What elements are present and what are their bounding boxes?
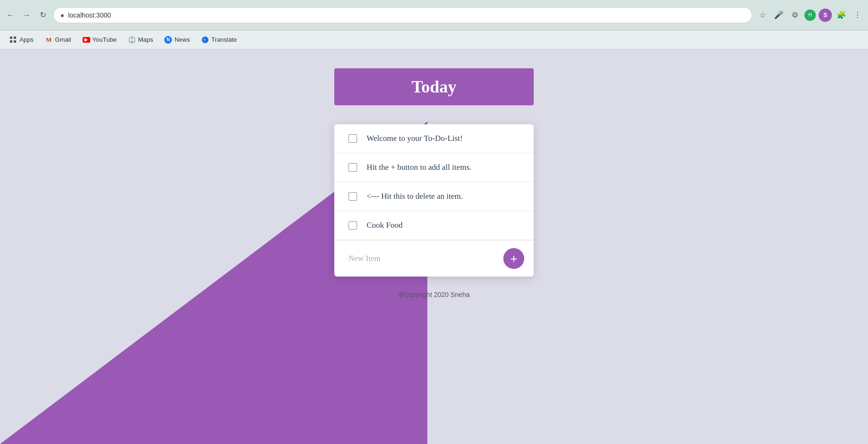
svg-rect-0 [10,37,12,39]
todo-checkbox-4[interactable] [349,221,357,230]
todo-text-4: Cook Food [367,221,403,230]
gmail-icon: M [45,36,53,44]
extension-icon[interactable]: ⚙ [788,9,802,22]
bookmark-maps[interactable]: Maps [123,34,158,46]
todo-item-4: Cook Food [334,211,534,240]
bookmark-gmail[interactable]: M Gmail [40,34,76,46]
mic-button[interactable]: 🎤 [772,9,785,22]
bookmark-maps-label: Maps [138,36,153,43]
news-icon: N [164,36,172,44]
main-content: Today Welcome to your To-Do-List! Hit th… [0,49,868,444]
bookmark-gmail-label: Gmail [55,36,71,43]
browser-chrome: ← → ↻ ● localhost:3000 ☆ 🎤 ⚙ H S 🧩 ⋮ [0,0,868,30]
today-header: Today [334,68,534,105]
avatar-initial: S [823,12,827,18]
app-title: Today [334,77,534,97]
url-text: localhost:3000 [68,11,111,19]
svg-rect-2 [10,40,12,43]
todo-item-3: <--- Hit this to delete an item. [334,182,534,211]
todo-card: Welcome to your To-Do-List! Hit the + bu… [334,124,534,277]
menu-button[interactable]: ⋮ [851,9,864,22]
user-avatar[interactable]: S [819,9,832,22]
back-button[interactable]: ← [4,9,17,22]
maps-icon [128,36,136,44]
browser-action-icons: ☆ 🎤 ⚙ H S 🧩 ⋮ [756,9,864,22]
app-content: Today Welcome to your To-Do-List! Hit th… [0,49,868,298]
translate-icon: T [201,36,209,44]
bookmark-apps-label: Apps [19,36,34,43]
todo-text-2: Hit the + button to add all items. [367,163,472,172]
todo-checkbox-1[interactable] [349,134,357,143]
todo-checkbox-3[interactable] [349,192,357,201]
bookmark-youtube-label: YouTube [93,36,117,43]
lock-icon: ● [60,11,64,19]
svg-text:T: T [203,38,206,42]
add-item-button[interactable]: + [503,248,524,269]
todo-checkbox-2[interactable] [349,163,357,172]
bookmark-news[interactable]: N News [160,34,195,46]
card-footer: New Item + [334,240,534,277]
bookmarks-bar: Apps M Gmail YouTube Maps N News [0,30,868,49]
bookmark-youtube[interactable]: YouTube [78,34,122,46]
new-item-label: New Item [349,254,381,263]
forward-button[interactable]: → [20,9,33,22]
star-button[interactable]: ☆ [756,9,769,22]
todo-item-2: Hit the + button to add all items. [334,153,534,182]
html-icon: H [808,12,811,18]
youtube-icon [83,36,90,44]
copyright-text: @copyright 2020 Sneha [398,291,470,298]
todo-item-1: Welcome to your To-Do-List! [334,124,534,153]
bookmark-translate-label: Translate [211,36,237,43]
browser-navigation: ← → ↻ [4,9,49,22]
address-bar[interactable]: ● localhost:3000 [53,7,752,23]
svg-rect-1 [14,37,16,39]
apps-icon [9,36,17,44]
svg-rect-3 [14,40,16,43]
todo-text-1: Welcome to your To-Do-List! [367,134,463,143]
extensions-button[interactable]: 🧩 [835,9,848,22]
bookmark-news-label: News [174,36,190,43]
extension-circle: H [804,9,816,21]
copyright-label: @copyright 2020 Sneha [398,291,470,298]
bookmark-translate[interactable]: T Translate [197,34,242,46]
bookmark-apps[interactable]: Apps [5,34,38,46]
todo-text-3: <--- Hit this to delete an item. [367,192,463,201]
refresh-button[interactable]: ↻ [36,9,49,22]
